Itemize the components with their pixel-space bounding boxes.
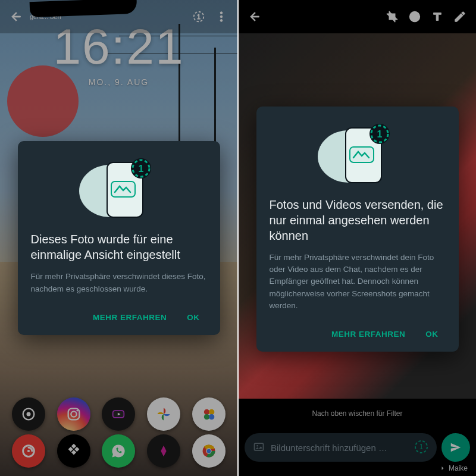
dialog-illustration: 1	[270, 121, 446, 186]
svg-rect-26	[111, 181, 135, 197]
left-screenshot: 16:21 MO., 9. AUG gera... ben 1	[0, 0, 237, 476]
view-once-dialog: 1 Dieses Foto wurde für eine einmalige A…	[18, 141, 220, 335]
svg-text:1: 1	[377, 129, 382, 139]
view-once-intro-dialog: 1 Fotos und Videos versenden, die nur ei…	[256, 107, 459, 352]
dialog-overlay: 1 Fotos und Videos versenden, die nur ei…	[239, 0, 476, 476]
ok-button[interactable]: OK	[418, 324, 445, 345]
dialog-overlay: 1 Dieses Foto wurde für eine einmalige A…	[0, 0, 237, 476]
dialog-actions: MEHR ERFAHREN OK	[31, 307, 207, 328]
dialog-actions: MEHR ERFAHREN OK	[270, 324, 446, 345]
ok-button[interactable]: OK	[180, 307, 206, 328]
dialog-title: Dieses Foto wurde für eine einmalige Ans…	[31, 231, 207, 262]
dialog-body: Für mehr Privatsphäre verschwindet dein …	[270, 252, 446, 312]
side-by-side-container: 16:21 MO., 9. AUG gera... ben 1	[0, 0, 476, 476]
right-screenshot: Nach oben wischen für Filter Bilduntersc…	[239, 0, 476, 476]
svg-text:1: 1	[138, 164, 143, 174]
learn-more-button[interactable]: MEHR ERFAHREN	[86, 307, 174, 328]
dialog-body: Für mehr Privatsphäre verschwindet diese…	[31, 271, 207, 295]
learn-more-button[interactable]: MEHR ERFAHREN	[324, 324, 412, 345]
dialog-title: Fotos und Videos versenden, die nur einm…	[270, 197, 446, 243]
svg-rect-39	[350, 147, 374, 162]
dialog-illustration: 1	[31, 155, 207, 221]
